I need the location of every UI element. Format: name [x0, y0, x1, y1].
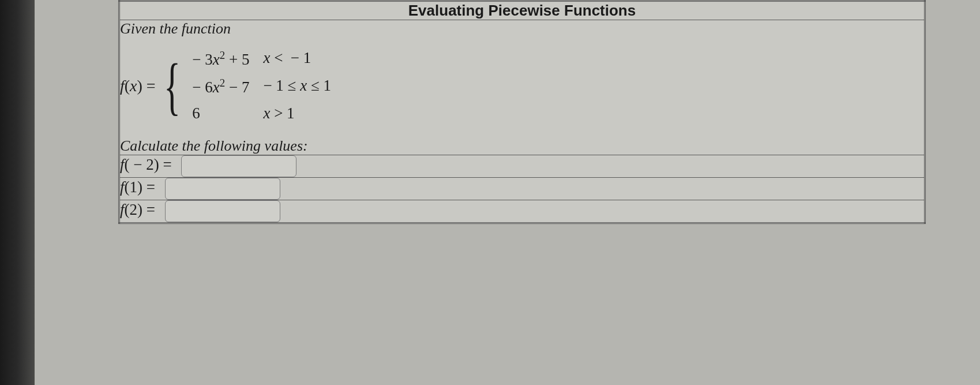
- given-label: Given the function: [120, 20, 924, 38]
- function-lhs: f(x) =: [120, 77, 156, 95]
- page-background: Evaluating Piecewise Functions Given the…: [35, 0, 980, 385]
- piece-cond: x > 1: [263, 104, 331, 122]
- problem-table: Evaluating Piecewise Functions Given the…: [118, 0, 926, 224]
- function-definition-cell: Given the function f(x) = { − 3x2 + 5 x …: [119, 20, 925, 155]
- calculate-label: Calculate the following values:: [120, 137, 924, 155]
- answer-label: f(1) =: [120, 178, 155, 196]
- answer-label: f( − 2) =: [120, 156, 172, 173]
- answer-input-f-neg2[interactable]: [181, 155, 296, 177]
- function-pieces: − 3x2 + 5 x < − 1 − 6x2 − 7 − 1 ≤ x ≤ 1 …: [188, 49, 331, 122]
- piece-cond: x < − 1: [263, 49, 331, 69]
- answer-label: f(2) =: [120, 201, 155, 218]
- answer-input-f-1[interactable]: [165, 178, 280, 200]
- piece-expr: − 6x2 − 7: [188, 77, 249, 96]
- piece-expr: − 3x2 + 5: [188, 49, 249, 69]
- piece-expr: 6: [188, 104, 249, 122]
- answer-row: f( − 2) =: [119, 155, 925, 178]
- answer-row: f(1) =: [119, 178, 925, 200]
- piecewise-function: f(x) = { − 3x2 + 5 x < − 1 − 6x2 − 7 − 1…: [120, 49, 924, 122]
- table-title: Evaluating Piecewise Functions: [119, 1, 925, 20]
- answer-input-f-2[interactable]: [165, 200, 280, 222]
- piece-cond: − 1 ≤ x ≤ 1: [263, 77, 331, 96]
- brace-icon: {: [164, 61, 181, 111]
- answer-row: f(2) =: [119, 200, 925, 223]
- page-dark-edge: [0, 0, 35, 385]
